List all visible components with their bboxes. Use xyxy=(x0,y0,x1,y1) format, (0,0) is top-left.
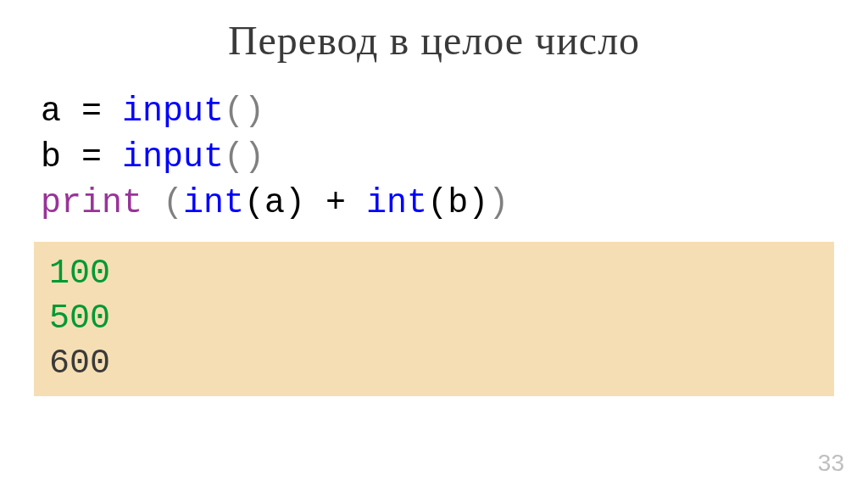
code-space xyxy=(142,184,163,222)
code-fn-input-2: input xyxy=(122,138,224,176)
slide-title: Перевод в целое число xyxy=(34,17,834,64)
output-input-2: 500 xyxy=(49,297,819,342)
code-close-paren: ) xyxy=(488,184,509,222)
code-block: a = input() b = input() print (int(a) + … xyxy=(41,89,834,227)
code-line-3: print (int(a) + int(b)) xyxy=(41,181,834,227)
code-parens-2: () xyxy=(224,138,264,176)
code-var-b: b = xyxy=(41,138,122,176)
code-fn-input-1: input xyxy=(122,92,224,131)
slide-container: Перевод в целое число a = input() b = in… xyxy=(0,0,868,487)
code-parens-1: () xyxy=(224,92,264,131)
code-args-2: (b) xyxy=(427,184,488,222)
output-result: 600 xyxy=(49,342,819,387)
code-line-2: b = input() xyxy=(41,135,834,181)
page-number: 33 xyxy=(818,450,844,477)
output-input-1: 100 xyxy=(49,252,819,297)
code-int-2: int xyxy=(366,184,427,222)
code-open-paren: ( xyxy=(163,184,183,222)
code-args-1: (a) + xyxy=(244,184,366,222)
code-var-a: a = xyxy=(41,92,122,131)
code-line-1: a = input() xyxy=(41,89,834,135)
code-int-1: int xyxy=(183,184,244,222)
output-box: 100 500 600 xyxy=(34,242,834,396)
code-print: print xyxy=(41,184,142,222)
